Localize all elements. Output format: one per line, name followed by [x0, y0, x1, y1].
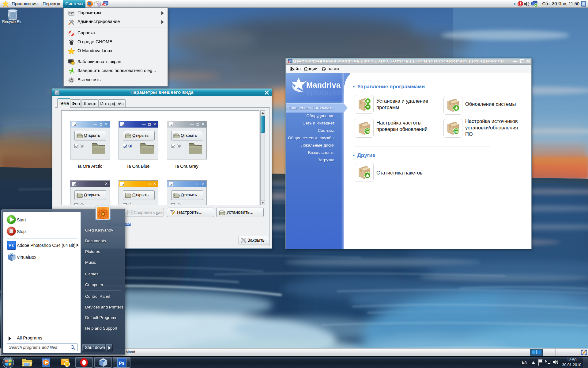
svg-text:rpm: rpm: [454, 131, 459, 133]
svg-text:Ps: Ps: [9, 243, 14, 248]
svg-text:rpm: rpm: [366, 131, 371, 133]
svg-text:Mandriva: Mandriva: [306, 90, 341, 97]
svg-text:Ps: Ps: [119, 360, 124, 366]
svg-text:Mandriva: Mandriva: [306, 81, 341, 89]
